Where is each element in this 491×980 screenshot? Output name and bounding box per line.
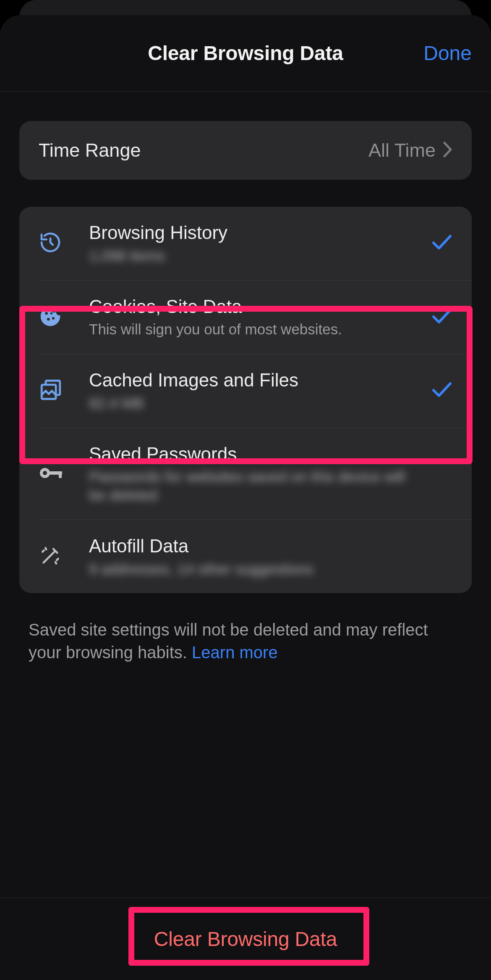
cookie-icon [39,305,62,330]
page-title: Clear Browsing Data [148,42,343,65]
history-icon [39,231,62,256]
svg-rect-8 [59,471,62,478]
wand-icon [39,544,62,569]
row-subtitle: This will sign you out of most websites. [89,320,419,339]
checkmark-icon [431,234,452,253]
checkmark-icon [431,381,452,400]
done-button[interactable]: Done [423,42,472,65]
svg-point-0 [45,312,48,315]
row-title: Browsing History [89,222,419,244]
images-icon [39,378,63,404]
checkmark-icon [431,307,452,327]
svg-point-6 [43,471,47,475]
chevron-right-icon [443,142,452,159]
row-subtitle: 1,098 items [89,247,419,265]
row-title: Saved Passwords [89,443,419,465]
time-range-label: Time Range [39,139,368,161]
row-cookies-site-data[interactable]: Cookies, Site Data This will sign you ou… [19,281,472,354]
sheet-header: Clear Browsing Data Done [0,15,491,92]
row-title: Cookies, Site Data [89,296,419,318]
sheet-footer: Clear Browsing Data [0,898,491,980]
svg-point-2 [52,317,55,319]
key-icon [39,465,64,483]
row-browsing-history[interactable]: Browsing History 1,098 items [19,207,472,280]
footnote: Saved site settings will not be deleted … [29,618,464,664]
row-autofill-data[interactable]: Autofill Data 9 addresses, 14 other sugg… [19,520,472,594]
data-types-group: Browsing History 1,098 items [19,207,472,593]
row-title: Cached Images and Files [89,369,419,391]
row-title: Autofill Data [89,535,419,557]
svg-point-3 [50,312,52,314]
clear-browsing-data-button[interactable]: Clear Browsing Data [154,927,337,951]
svg-point-1 [47,318,50,321]
row-subtitle: Passwords for websites saved on this dev… [89,468,419,504]
learn-more-link[interactable]: Learn more [192,643,278,662]
clear-browsing-data-sheet: Clear Browsing Data Done Time Range All … [0,15,491,980]
row-subtitle: 9 addresses, 14 other suggestions [89,560,419,578]
time-range-row[interactable]: Time Range All Time [19,121,472,180]
time-range-value: All Time [368,139,436,161]
row-cached-images-files[interactable]: Cached Images and Files 82.4 MB [19,354,472,428]
row-saved-passwords[interactable]: Saved Passwords Passwords for websites s… [19,428,472,520]
time-range-group: Time Range All Time [19,121,472,180]
row-subtitle: 82.4 MB [89,394,419,412]
sheet-body: Time Range All Time Browsing Histor [0,121,491,664]
